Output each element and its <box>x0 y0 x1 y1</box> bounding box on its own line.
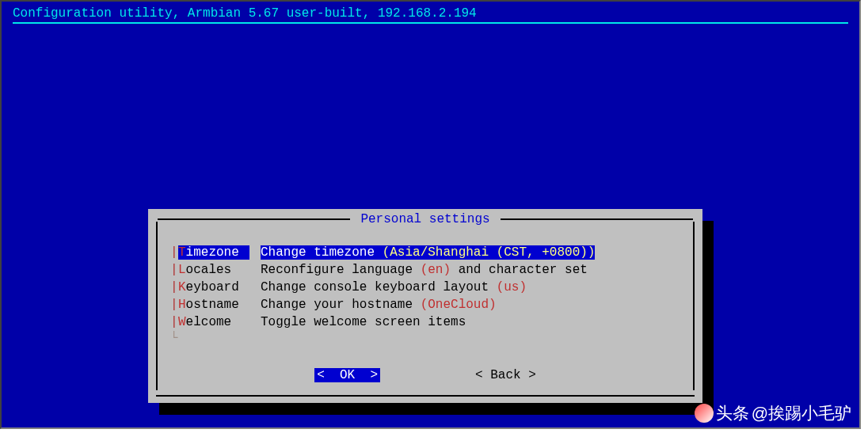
menu-item-timezone[interactable]: | Timezone Change timezone (Asia/Shangha… <box>170 244 680 261</box>
menu-bottom-marker: └ <box>170 331 680 348</box>
menu-item-welcome[interactable]: | Welcome Toggle welcome screen items <box>170 313 680 331</box>
dialog-title: Personal settings <box>350 212 501 226</box>
dialog-top-border: Personal settings <box>158 212 693 226</box>
menu-list: | Timezone Change timezone (Asia/Shangha… <box>158 226 693 355</box>
header-bar: Configuration utility, Armbian 5.67 user… <box>2 2 859 25</box>
ok-button[interactable]: < OK > <box>314 368 380 382</box>
back-button[interactable]: < Back > <box>475 368 536 382</box>
menu-item-hostname[interactable]: | Hostname Change your hostname (OneClou… <box>170 296 680 313</box>
watermark-icon <box>695 404 714 423</box>
terminal-window: Configuration utility, Armbian 5.67 user… <box>0 0 861 429</box>
menu-item-keyboard[interactable]: | Keyboard Change console keyboard layou… <box>170 279 680 296</box>
watermark-prefix: 头条 <box>716 402 749 424</box>
watermark-handle: @挨踢小毛驴 <box>752 402 851 424</box>
dialog-bottom-border <box>156 395 695 397</box>
dialog-personal-settings: Personal settings | Timezone Change time… <box>148 209 702 403</box>
header-title: Configuration utility, Armbian 5.67 user… <box>13 6 848 24</box>
watermark: 头条 @挨踢小毛驴 <box>695 402 851 424</box>
menu-item-locales[interactable]: | Locales Reconfigure language (en) and … <box>170 261 680 279</box>
dialog-buttons: < OK > < Back > <box>158 368 693 382</box>
